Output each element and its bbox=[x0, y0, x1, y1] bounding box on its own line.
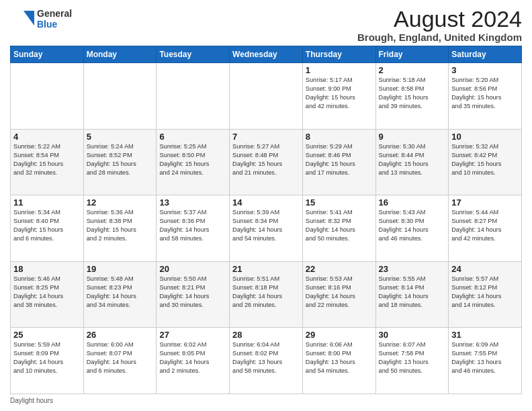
day-info: Sunrise: 6:07 AM Sunset: 7:58 PM Dayligh… bbox=[379, 340, 446, 375]
calendar-cell: 13Sunrise: 5:37 AM Sunset: 8:36 PM Dayli… bbox=[157, 195, 230, 262]
day-number: 31 bbox=[451, 330, 519, 340]
day-info: Sunrise: 6:09 AM Sunset: 7:55 PM Dayligh… bbox=[451, 340, 519, 375]
page: GeneralBlue August 2024 Brough, England,… bbox=[0, 0, 532, 411]
day-number: 6 bbox=[159, 132, 226, 142]
day-info: Sunrise: 5:25 AM Sunset: 8:50 PM Dayligh… bbox=[159, 142, 226, 177]
day-info: Sunrise: 5:27 AM Sunset: 8:48 PM Dayligh… bbox=[232, 142, 300, 177]
day-number: 26 bbox=[87, 330, 154, 340]
calendar-cell: 5Sunrise: 5:24 AM Sunset: 8:52 PM Daylig… bbox=[83, 129, 157, 195]
day-number: 9 bbox=[379, 132, 446, 142]
day-info: Sunrise: 5:30 AM Sunset: 8:44 PM Dayligh… bbox=[379, 142, 446, 177]
footer: Daylight hours bbox=[10, 397, 522, 404]
day-number: 28 bbox=[232, 330, 300, 340]
day-number: 22 bbox=[306, 264, 373, 274]
day-number: 1 bbox=[306, 65, 373, 75]
col-header-tuesday: Tuesday bbox=[157, 46, 230, 63]
day-number: 11 bbox=[13, 197, 81, 208]
calendar-cell: 7Sunrise: 5:27 AM Sunset: 8:48 PM Daylig… bbox=[230, 129, 303, 195]
week-row-2: 4Sunrise: 5:22 AM Sunset: 8:54 PM Daylig… bbox=[11, 129, 522, 195]
calendar-table: SundayMondayTuesdayWednesdayThursdayFrid… bbox=[10, 46, 522, 394]
day-number: 18 bbox=[13, 264, 81, 274]
day-info: Sunrise: 5:18 AM Sunset: 8:58 PM Dayligh… bbox=[379, 76, 446, 111]
logo-blue: Blue bbox=[37, 19, 72, 30]
day-info: Sunrise: 5:24 AM Sunset: 8:52 PM Dayligh… bbox=[87, 142, 154, 177]
day-number: 14 bbox=[232, 197, 300, 208]
day-number: 16 bbox=[379, 197, 446, 208]
day-number: 17 bbox=[451, 197, 519, 208]
location-title: Brough, England, United Kingdom bbox=[357, 32, 522, 43]
day-number: 27 bbox=[159, 330, 226, 340]
col-header-wednesday: Wednesday bbox=[230, 46, 303, 63]
calendar-cell: 2Sunrise: 5:18 AM Sunset: 8:58 PM Daylig… bbox=[375, 63, 449, 130]
calendar-cell: 6Sunrise: 5:25 AM Sunset: 8:50 PM Daylig… bbox=[157, 129, 230, 195]
col-header-sunday: Sunday bbox=[11, 46, 84, 63]
day-info: Sunrise: 5:32 AM Sunset: 8:42 PM Dayligh… bbox=[451, 142, 519, 177]
title-block: August 2024 Brough, England, United King… bbox=[357, 7, 522, 43]
calendar-cell: 18Sunrise: 5:46 AM Sunset: 8:25 PM Dayli… bbox=[11, 261, 84, 328]
calendar-cell: 1Sunrise: 5:17 AM Sunset: 9:00 PM Daylig… bbox=[302, 63, 375, 130]
day-number: 3 bbox=[451, 65, 519, 75]
day-number: 2 bbox=[379, 65, 446, 75]
calendar-cell bbox=[157, 63, 230, 130]
calendar-cell: 29Sunrise: 6:06 AM Sunset: 8:00 PM Dayli… bbox=[302, 328, 375, 394]
day-info: Sunrise: 5:51 AM Sunset: 8:18 PM Dayligh… bbox=[232, 275, 300, 310]
day-number: 7 bbox=[232, 132, 300, 142]
calendar-cell: 8Sunrise: 5:29 AM Sunset: 8:46 PM Daylig… bbox=[302, 129, 375, 195]
day-info: Sunrise: 5:22 AM Sunset: 8:54 PM Dayligh… bbox=[13, 142, 81, 177]
day-number: 4 bbox=[13, 132, 81, 142]
day-info: Sunrise: 5:50 AM Sunset: 8:21 PM Dayligh… bbox=[159, 275, 226, 310]
week-row-1: 1Sunrise: 5:17 AM Sunset: 9:00 PM Daylig… bbox=[11, 63, 522, 130]
col-header-thursday: Thursday bbox=[302, 46, 375, 63]
day-number: 29 bbox=[306, 330, 373, 340]
calendar-cell: 4Sunrise: 5:22 AM Sunset: 8:54 PM Daylig… bbox=[11, 129, 84, 195]
day-info: Sunrise: 5:48 AM Sunset: 8:23 PM Dayligh… bbox=[87, 275, 154, 310]
calendar-cell: 19Sunrise: 5:48 AM Sunset: 8:23 PM Dayli… bbox=[83, 261, 157, 328]
day-number: 30 bbox=[379, 330, 446, 340]
logo: GeneralBlue bbox=[10, 7, 72, 31]
week-row-4: 18Sunrise: 5:46 AM Sunset: 8:25 PM Dayli… bbox=[11, 261, 522, 328]
calendar-cell: 30Sunrise: 6:07 AM Sunset: 7:58 PM Dayli… bbox=[375, 328, 449, 394]
day-info: Sunrise: 5:57 AM Sunset: 8:12 PM Dayligh… bbox=[451, 275, 519, 310]
week-row-5: 25Sunrise: 5:59 AM Sunset: 8:09 PM Dayli… bbox=[11, 328, 522, 394]
calendar-cell: 28Sunrise: 6:04 AM Sunset: 8:02 PM Dayli… bbox=[230, 328, 303, 394]
calendar-cell: 22Sunrise: 5:53 AM Sunset: 8:16 PM Dayli… bbox=[302, 261, 375, 328]
day-info: Sunrise: 5:20 AM Sunset: 8:56 PM Dayligh… bbox=[451, 76, 519, 111]
day-number: 8 bbox=[306, 132, 373, 142]
col-header-friday: Friday bbox=[375, 46, 449, 63]
col-header-monday: Monday bbox=[83, 46, 157, 63]
calendar-cell bbox=[11, 63, 84, 130]
calendar-cell: 20Sunrise: 5:50 AM Sunset: 8:21 PM Dayli… bbox=[157, 261, 230, 328]
calendar-cell: 23Sunrise: 5:55 AM Sunset: 8:14 PM Dayli… bbox=[375, 261, 449, 328]
day-number: 20 bbox=[159, 264, 226, 274]
day-info: Sunrise: 6:06 AM Sunset: 8:00 PM Dayligh… bbox=[306, 340, 373, 375]
calendar-cell: 27Sunrise: 6:02 AM Sunset: 8:05 PM Dayli… bbox=[157, 328, 230, 394]
day-number: 21 bbox=[232, 264, 300, 274]
week-row-3: 11Sunrise: 5:34 AM Sunset: 8:40 PM Dayli… bbox=[11, 195, 522, 262]
logo-svg bbox=[10, 7, 34, 31]
day-info: Sunrise: 5:29 AM Sunset: 8:46 PM Dayligh… bbox=[306, 142, 373, 177]
day-info: Sunrise: 5:43 AM Sunset: 8:30 PM Dayligh… bbox=[379, 208, 446, 243]
col-header-saturday: Saturday bbox=[449, 46, 522, 63]
calendar-cell: 21Sunrise: 5:51 AM Sunset: 8:18 PM Dayli… bbox=[230, 261, 303, 328]
day-number: 25 bbox=[13, 330, 81, 340]
day-number: 15 bbox=[306, 197, 373, 208]
logo-general: General bbox=[37, 8, 72, 19]
day-number: 13 bbox=[159, 197, 226, 208]
day-number: 5 bbox=[87, 132, 154, 142]
day-info: Sunrise: 5:55 AM Sunset: 8:14 PM Dayligh… bbox=[379, 275, 446, 310]
day-info: Sunrise: 5:34 AM Sunset: 8:40 PM Dayligh… bbox=[13, 208, 81, 243]
day-info: Sunrise: 5:39 AM Sunset: 8:34 PM Dayligh… bbox=[232, 208, 300, 243]
logo-text: GeneralBlue bbox=[37, 8, 72, 30]
day-number: 12 bbox=[87, 197, 154, 208]
day-info: Sunrise: 5:41 AM Sunset: 8:32 PM Dayligh… bbox=[306, 208, 373, 243]
calendar-cell: 3Sunrise: 5:20 AM Sunset: 8:56 PM Daylig… bbox=[449, 63, 522, 130]
svg-marker-0 bbox=[24, 11, 34, 26]
day-number: 10 bbox=[451, 132, 519, 142]
day-number: 19 bbox=[87, 264, 154, 274]
day-number: 23 bbox=[379, 264, 446, 274]
calendar-cell: 25Sunrise: 5:59 AM Sunset: 8:09 PM Dayli… bbox=[11, 328, 84, 394]
header: GeneralBlue August 2024 Brough, England,… bbox=[10, 7, 522, 43]
calendar-cell: 12Sunrise: 5:36 AM Sunset: 8:38 PM Dayli… bbox=[83, 195, 157, 262]
calendar-cell: 10Sunrise: 5:32 AM Sunset: 8:42 PM Dayli… bbox=[449, 129, 522, 195]
calendar-cell: 24Sunrise: 5:57 AM Sunset: 8:12 PM Dayli… bbox=[449, 261, 522, 328]
